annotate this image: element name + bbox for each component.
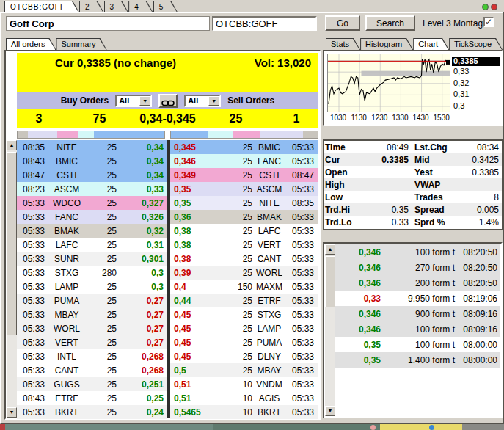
trade-row[interactable]: 0,346900 form t08:09:16	[335, 306, 500, 321]
book-scrollbar[interactable]: ▲ ▼	[7, 140, 17, 418]
scroll-down-icon[interactable]: ▼	[325, 406, 335, 416]
trade-row[interactable]: 0,346270 form t08:20:50	[335, 260, 500, 275]
ask-row[interactable]: 0,3925WORL05:33	[170, 266, 318, 280]
tab-summary[interactable]: Summary	[56, 38, 106, 50]
trade-quantity: 900 form t	[381, 309, 455, 319]
bid-row[interactable]: 05:33PUMA250,27	[17, 294, 167, 307]
window-tab-5[interactable]: 5	[153, 1, 178, 12]
ask-row[interactable]: 0,34925CSTI08:47	[170, 168, 318, 182]
window-tab-otcbb-goff[interactable]: OTCBB:GOFF	[4, 1, 79, 12]
scrollbar-thumb[interactable]	[325, 256, 335, 307]
sell-filter-select[interactable]: All ▼	[184, 95, 221, 107]
window-tab-bar: OTCBB:GOFF2345	[4, 1, 178, 12]
bid-row[interactable]: 08:23ASCM250,33	[17, 182, 167, 196]
ask-row[interactable]: 0,4525DLNY05:33	[170, 349, 318, 363]
bid-price: 0,27	[117, 338, 167, 348]
ask-row[interactable]: 0,5110AGIS05:33	[170, 391, 318, 405]
bid-row[interactable]: 05:33INTL250,268	[17, 349, 167, 363]
bid-row[interactable]: 05:33VERT250,27	[17, 335, 167, 349]
bid-row[interactable]: 05:33BKRT250,24	[17, 405, 167, 419]
link-filters-button[interactable]	[158, 94, 178, 108]
taskbar-icon[interactable]	[370, 425, 376, 430]
bid-row[interactable]: 08:43BMIC250,34	[17, 154, 167, 168]
tab-tickscope[interactable]: TickScope	[449, 38, 503, 50]
bid-row[interactable]: 05:33LAMP250,3	[17, 280, 167, 294]
window-tab-label: 3	[105, 1, 128, 12]
ask-price: 0,5	[170, 365, 208, 376]
scroll-up-icon[interactable]: ▲	[325, 244, 335, 255]
ask-row[interactable]: 0,3825LAFC05:33	[170, 224, 318, 238]
trade-row[interactable]: 0,346100 form t08:09:16	[335, 321, 500, 337]
trade-row[interactable]: 0,35100 form t08:00:00	[335, 337, 500, 352]
tab-histogram[interactable]: Histogram	[360, 38, 413, 50]
ask-row[interactable]: 0,525MBAY05:33	[170, 363, 318, 377]
chevron-down-icon[interactable]: ▼	[208, 96, 219, 106]
ask-row[interactable]: 0,3525NITE08:35	[170, 196, 318, 210]
trade-row[interactable]: 0,346100 form t08:20:50	[335, 244, 500, 260]
bid-row[interactable]: 05:33SUNR250,301	[17, 252, 167, 266]
bid-row[interactable]: 05:33STXG2800,3	[17, 266, 167, 280]
bid-row[interactable]: 05:33MBAY250,27	[17, 307, 167, 321]
ticker-input[interactable]	[212, 16, 317, 31]
ask-row[interactable]: 0,4525LAMP05:33	[170, 321, 318, 335]
ask-row[interactable]: 0,3525ASCM05:33	[170, 182, 318, 196]
montage-checkbox[interactable]: ✓	[483, 17, 494, 27]
ask-row[interactable]: 0,34525BMIC05:33	[170, 140, 318, 154]
status-dot	[482, 4, 489, 10]
taskbar-segment[interactable]	[5, 424, 213, 430]
scroll-up-icon[interactable]: ▲	[7, 140, 17, 150]
taskbar-segment[interactable]	[380, 424, 462, 430]
bid-depth-bar	[17, 131, 165, 139]
ask-row[interactable]: 0,4150MAXM05:33	[170, 280, 318, 294]
ask-row[interactable]: 0,3825VERT05:33	[170, 238, 318, 252]
window-tab-3[interactable]: 3	[104, 1, 129, 12]
price-chart	[327, 54, 450, 112]
quote-label: Sprd %	[413, 217, 456, 227]
bid-row[interactable]: 05:33CANT250,268	[17, 363, 167, 377]
search-button[interactable]: Search	[365, 15, 415, 31]
ask-row[interactable]: 0,3825CANT05:33	[170, 252, 318, 266]
bid-row[interactable]: 08:47CSTI250,34	[17, 168, 167, 182]
taskbar-icon[interactable]	[429, 425, 434, 430]
bid-row[interactable]: 08:43ETRF250,25	[17, 391, 167, 405]
ask-row[interactable]: 0,5110VNDM05:33	[170, 377, 318, 391]
buy-filter-select[interactable]: All ▼	[115, 95, 152, 107]
bid-row[interactable]: 05:33GUGS250,251	[17, 377, 167, 391]
chart-x-tick: 1230	[368, 114, 390, 122]
ask-row[interactable]: 0,4525PUMA05:33	[170, 335, 318, 349]
bid-size: 280	[86, 268, 117, 278]
trade-row[interactable]: 0,339.950 form t08:19:06	[335, 291, 500, 306]
trades-scrollbar[interactable]: ▲ ▼	[325, 244, 335, 416]
window-tab-2[interactable]: 2	[79, 1, 104, 12]
trade-row[interactable]: 0,346200 form t08:20:50	[335, 275, 500, 291]
bid-size: 25	[86, 156, 117, 167]
bid-row[interactable]: 05:33WORL250,27	[17, 321, 167, 335]
bid-row[interactable]: 08:35NITE250,34	[17, 140, 167, 154]
scrollbar-thumb[interactable]	[7, 152, 17, 335]
scroll-down-icon[interactable]: ▼	[7, 407, 17, 418]
ask-row[interactable]: 0,4425ETRF05:33	[170, 294, 318, 307]
ask-row[interactable]: 0,34625FANC05:33	[170, 154, 318, 168]
ask-size: 10	[208, 379, 252, 390]
bid-row[interactable]: 05:33LAFC250,31	[17, 238, 167, 252]
window-tab-4[interactable]: 4	[128, 1, 153, 12]
ask-row[interactable]: 0,3625BMAK05:33	[170, 210, 318, 224]
bid-time: 08:43	[17, 156, 48, 167]
tab-chart[interactable]: Chart	[413, 38, 449, 50]
bid-row[interactable]: 05:33BMAK250,32	[17, 224, 167, 238]
taskbar-segment[interactable]	[462, 424, 504, 430]
bid-price: 0,301	[117, 254, 167, 264]
bid-row[interactable]: 05:33WDCO250,327	[17, 196, 167, 210]
taskbar-segment[interactable]	[213, 424, 380, 430]
trade-price: 0,346	[335, 278, 381, 288]
chevron-down-icon[interactable]: ▼	[139, 96, 150, 106]
tab-stats[interactable]: Stats	[326, 38, 360, 50]
ask-row[interactable]: 0,546510BKRT05:33	[170, 405, 318, 419]
go-button[interactable]: Go	[325, 15, 360, 31]
ask-row[interactable]: 0,4525STXG05:33	[170, 307, 318, 321]
trade-row[interactable]: 0,351.400 form t08:00:00	[335, 352, 500, 368]
tab-all-orders[interactable]: All orders	[6, 38, 56, 50]
ask-market-maker: WORL	[252, 268, 286, 278]
bid-row[interactable]: 05:33FANC250,326	[17, 210, 167, 224]
taskbar-segment[interactable]	[0, 424, 5, 430]
